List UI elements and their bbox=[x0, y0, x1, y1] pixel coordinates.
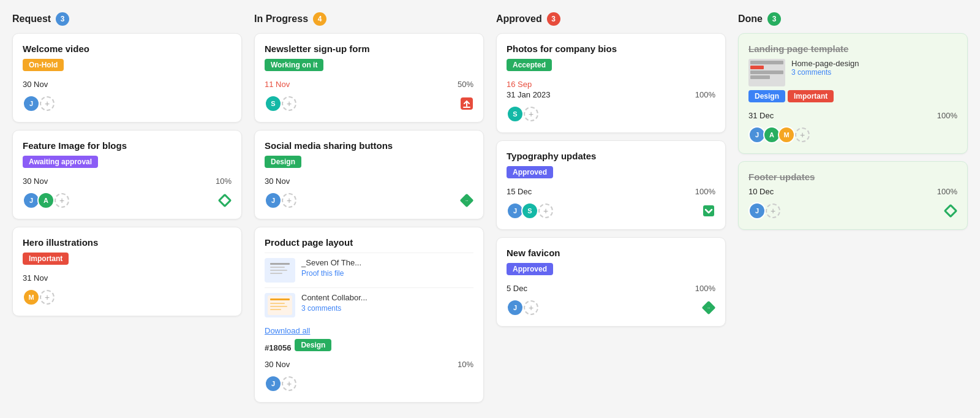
file-link[interactable]: Proof this file bbox=[301, 269, 344, 278]
avatar-row: J+ bbox=[265, 192, 473, 209]
add-member-button[interactable]: + bbox=[766, 203, 780, 218]
file-thumbnail bbox=[265, 293, 295, 317]
card-date: 31 Nov bbox=[23, 273, 48, 283]
card-title: Welcome video bbox=[23, 44, 232, 54]
card-percent2: 100% bbox=[695, 90, 715, 99]
download-all-link[interactable]: Download all bbox=[265, 326, 473, 335]
card[interactable]: Product page layout_Seven Of The...Proof… bbox=[254, 227, 484, 403]
card-title: Photos for company bios bbox=[507, 44, 715, 54]
avatars-group: J+ bbox=[23, 95, 55, 112]
card-date2: 31 Jan 2023 bbox=[507, 90, 551, 99]
status-tag: Working on it bbox=[265, 59, 323, 71]
card-date-row: 30 Nov10% bbox=[23, 177, 232, 186]
add-member-button[interactable]: + bbox=[524, 107, 538, 121]
card-percent: 10% bbox=[216, 177, 232, 186]
card-title: Hero illustrations bbox=[23, 237, 232, 248]
tag: Design bbox=[748, 90, 785, 102]
avatars-group: JAM+ bbox=[748, 126, 810, 143]
card-date-row: 16 Sep bbox=[507, 80, 715, 89]
card-date: 5 Dec bbox=[507, 284, 527, 293]
column-header: Request3 bbox=[12, 12, 242, 26]
card-date: 31 Dec bbox=[748, 111, 774, 120]
column-title: In Progress bbox=[254, 13, 308, 25]
lp-thumbnail bbox=[748, 59, 785, 86]
diamond-dots-icon bbox=[460, 194, 473, 207]
card[interactable]: Newsletter sign-up formWorking on it11 N… bbox=[254, 33, 484, 123]
card-date-row: 10 Dec100% bbox=[748, 187, 957, 196]
file-attachment: _Seven Of The...Proof this file bbox=[265, 253, 473, 287]
svg-rect-8 bbox=[270, 303, 285, 304]
card[interactable]: Landing page templateHome-page-design3 c… bbox=[738, 33, 968, 154]
card[interactable]: New faviconApproved5 Dec100%J+ bbox=[496, 237, 726, 327]
add-member-button[interactable]: + bbox=[795, 127, 810, 142]
card-title: Newsletter sign-up form bbox=[265, 44, 473, 54]
avatar-row: JS+ bbox=[507, 202, 715, 219]
svg-rect-11 bbox=[703, 205, 714, 216]
lp-comments[interactable]: 3 comments bbox=[791, 68, 859, 77]
svg-rect-6 bbox=[268, 295, 292, 315]
add-member-button[interactable]: + bbox=[524, 300, 538, 315]
ticket-row: #18056Design bbox=[265, 339, 473, 356]
count-badge: 3 bbox=[547, 12, 560, 26]
column-request: Request3Welcome videoOn-Hold30 NovJ+Feat… bbox=[12, 12, 242, 410]
avatar-row: J+ bbox=[748, 202, 957, 219]
file-thumbnail bbox=[265, 258, 295, 283]
diamond-outline-icon bbox=[944, 204, 957, 218]
lp-name: Home-page-design bbox=[791, 59, 859, 68]
card-date: 30 Nov bbox=[265, 177, 290, 186]
column-header: In Progress4 bbox=[254, 12, 484, 26]
svg-rect-7 bbox=[270, 298, 290, 300]
lp-info: Home-page-design3 comments bbox=[791, 59, 859, 77]
diamond-dots-icon bbox=[702, 301, 715, 314]
avatar: S bbox=[507, 105, 524, 123]
file-link[interactable]: 3 comments bbox=[301, 304, 341, 313]
add-member-button[interactable]: + bbox=[282, 193, 296, 208]
card-date-row: 5 Dec100% bbox=[507, 284, 715, 293]
file-name: Content Collabor... bbox=[301, 293, 473, 302]
chevron-down-icon bbox=[702, 204, 715, 218]
svg-rect-4 bbox=[270, 270, 287, 271]
file-info: Content Collabor...3 comments bbox=[301, 293, 473, 313]
file-info: _Seven Of The...Proof this file bbox=[301, 258, 473, 278]
diamond-outline-icon bbox=[218, 194, 232, 207]
card[interactable]: Social media sharing buttonsDesign30 Nov… bbox=[254, 130, 484, 219]
avatar-row: J+ bbox=[507, 299, 715, 316]
add-member-button[interactable]: + bbox=[282, 376, 296, 391]
avatar: J bbox=[265, 192, 282, 209]
add-member-button[interactable]: + bbox=[538, 203, 553, 218]
svg-rect-3 bbox=[270, 267, 285, 268]
card-date2-row: 31 Jan 2023100% bbox=[507, 90, 715, 99]
add-member-button[interactable]: + bbox=[55, 193, 69, 208]
add-member-button[interactable]: + bbox=[40, 290, 55, 305]
card-date: 16 Sep bbox=[507, 80, 532, 89]
card[interactable]: Footer updates10 Dec100%J+ bbox=[738, 161, 968, 230]
card-date-row: 15 Dec100% bbox=[507, 187, 715, 196]
avatars-group: J+ bbox=[748, 202, 780, 219]
card-title: New favicon bbox=[507, 248, 715, 258]
card[interactable]: Hero illustrationsImportant31 NovM+ bbox=[12, 227, 242, 316]
avatar-row: JAM+ bbox=[748, 126, 957, 143]
status-tag: Approved bbox=[507, 166, 553, 178]
card[interactable]: Welcome videoOn-Hold30 NovJ+ bbox=[12, 33, 242, 123]
avatar: J bbox=[265, 375, 282, 392]
avatars-group: JS+ bbox=[507, 202, 553, 219]
svg-rect-9 bbox=[270, 306, 287, 307]
add-member-button[interactable]: + bbox=[40, 96, 55, 111]
add-member-button[interactable]: + bbox=[282, 96, 296, 111]
card[interactable]: Feature Image for blogsAwaiting approval… bbox=[12, 130, 242, 219]
avatars-group: J+ bbox=[265, 192, 296, 209]
avatar-row: JA+ bbox=[23, 192, 232, 209]
svg-rect-10 bbox=[270, 309, 281, 310]
avatar: J bbox=[748, 202, 766, 219]
card[interactable]: Photos for company biosAccepted16 Sep31 … bbox=[496, 33, 726, 133]
file-name: _Seven Of The... bbox=[301, 258, 473, 267]
column-header: Approved3 bbox=[496, 12, 726, 26]
card-percent: 50% bbox=[458, 80, 473, 89]
card-date: 11 Nov bbox=[265, 80, 290, 89]
card-date-row: 30 Nov10% bbox=[265, 360, 473, 369]
file-attachment: Content Collabor...3 comments bbox=[265, 287, 473, 322]
status-tag: Accepted bbox=[507, 59, 552, 71]
card[interactable]: Typography updatesApproved15 Dec100%JS+ bbox=[496, 140, 726, 230]
card-title: Typography updates bbox=[507, 151, 715, 161]
card-date-row: 31 Nov bbox=[23, 273, 232, 283]
